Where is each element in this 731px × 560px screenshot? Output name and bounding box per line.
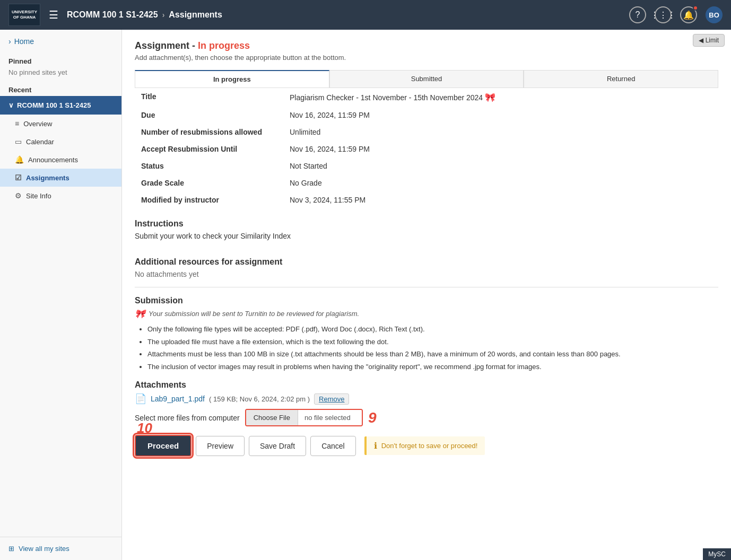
site-info-icon: ⚙ [15,191,22,200]
additional-resources-title: Additional resources for assignment [135,257,718,267]
bullet-item: Attachments must be less than 100 MB in … [147,349,718,360]
notification-dot [693,5,698,11]
save-reminder: ℹ Don't forget to save or proceed! [364,436,485,455]
field-value: No Grade [283,174,718,191]
attachment-item: 📄 Lab9_part_1.pdf ( 159 KB; Nov 6, 2024,… [135,393,718,405]
main-content: ◀ Limit Assignment - In progress Add att… [122,30,731,560]
file-name-display: no file selected [298,410,362,425]
table-row: Grade Scale No Grade [135,174,718,191]
tabs-row: In progress Submitted Returned [135,70,718,88]
reminder-text: Don't forget to save or proceed! [381,442,478,450]
university-logo: UNIVERSITYOF GHANA [8,4,40,26]
help-button[interactable]: ? [629,6,646,23]
table-row: Accept Resubmission Until Nov 16, 2024, … [135,141,718,158]
pinned-section-title: Pinned [0,53,121,67]
logo-area: UNIVERSITYOF GHANA [8,4,40,26]
file-chooser-input: Choose File no file selected [245,409,363,426]
sidebar-item-assignments[interactable]: ☑ Assignments [0,169,121,187]
ribbon-icon: 🎀 [485,93,495,102]
field-label: Modified by instructor [135,191,283,208]
list-icon: ≡ [15,119,19,128]
no-attachments-text: No attachments yet [135,270,718,278]
chevron-right-icon: › [8,37,11,46]
assignment-subtitle: Add attachment(s), then choose the appro… [135,54,718,62]
tab-in-progress[interactable]: In progress [135,70,329,88]
instructions-text: Submit your work to check your Similarit… [135,232,718,240]
field-label: Number of resubmissions allowed [135,124,283,141]
bullet-item: The inclusion of vector images may resul… [147,362,718,372]
breadcrumb-page: Assignments [169,10,222,20]
sidebar-course-item[interactable]: ∨ RCOMM 100 1 S1-2425 [0,96,121,115]
limit-button[interactable]: ◀ Limit [693,34,725,47]
sidebar-item-label: Site Info [26,192,51,200]
field-label: Due [135,107,283,124]
tab-returned[interactable]: Returned [524,70,718,88]
preview-button[interactable]: Preview [196,436,245,456]
assignment-title-prefix: Assignment - [135,40,198,51]
table-row: Due Nov 16, 2024, 11:59 PM [135,107,718,124]
sidebar-item-label: Calendar [26,138,54,146]
section-divider [135,287,718,287]
annotation-10: 10 [137,420,152,436]
choose-file-button[interactable]: Choose File [246,410,298,425]
annotation-9: 9 [368,409,377,426]
user-avatar-button[interactable]: BO [706,6,723,23]
sidebar-course-name: RCOMM 100 1 S1-2425 [17,101,91,109]
view-all-sites-label: View all my sites [19,545,69,553]
turnitin-ribbon-icon: 🎀 [135,309,145,319]
field-value: Not Started [283,158,718,174]
view-all-sites-button[interactable]: ⊞ View all my sites [0,537,121,560]
field-value: Nov 16, 2024, 11:59 PM [283,107,718,124]
grid-menu-button[interactable]: ⋮⋮⋮ [655,6,672,23]
sidebar-item-site-info[interactable]: ⚙ Site Info [0,187,121,205]
hamburger-menu-icon[interactable]: ☰ [49,8,58,21]
action-buttons-row: 10 Proceed Preview Save Draft Cancel ℹ D… [135,435,718,457]
file-chooser-row: Select more files from computer Choose F… [135,409,718,426]
sidebar-item-label: Assignments [26,174,69,182]
field-value: Nov 3, 2024, 11:55 PM [283,191,718,208]
table-row: Number of resubmissions allowed Unlimite… [135,124,718,141]
pdf-icon: 📄 [135,393,146,405]
table-row: Title Plagiarism Checker - 1st November … [135,88,718,107]
assignment-status: In progress [198,40,250,51]
main-layout: › Home Pinned No pinned sites yet Recent… [0,30,731,560]
tab-submitted[interactable]: Submitted [329,70,524,88]
sidebar-home[interactable]: › Home [0,30,121,53]
sidebar-item-overview[interactable]: ≡ Overview [0,115,121,133]
breadcrumb: RCOMM 100 1 S1-2425 › Assignments [67,10,629,20]
sidebar-item-label: Announcements [28,156,78,164]
sidebar-item-calendar[interactable]: ▭ Calendar [0,133,121,151]
top-navigation: UNIVERSITYOF GHANA ☰ RCOMM 100 1 S1-2425… [0,0,731,30]
bullet-item: The uploaded file must have a file exten… [147,337,718,347]
attachment-meta: ( 159 KB; Nov 6, 2024, 2:02 pm ) [209,395,310,403]
turnitin-text: Your submission will be sent to Turnitin… [149,310,359,318]
content-inner: Assignment - In progress Add attachment(… [122,30,731,472]
assignment-heading: Assignment - In progress [135,40,718,51]
cancel-button[interactable]: Cancel [310,436,356,456]
field-value: Nov 16, 2024, 11:59 PM [283,141,718,158]
attachments-title: Attachments [135,380,718,390]
sidebar-item-announcements[interactable]: 🔔 Announcements [0,151,121,169]
notification-wrapper: 🔔 [680,6,697,23]
field-label: Title [135,88,283,107]
reminder-icon: ℹ [374,441,377,451]
field-label: Status [135,158,283,174]
breadcrumb-course[interactable]: RCOMM 100 1 S1-2425 [67,10,158,20]
home-label[interactable]: Home [14,37,34,46]
calendar-icon: ▭ [15,137,22,146]
details-table: Title Plagiarism Checker - 1st November … [135,88,718,208]
table-row: Status Not Started [135,158,718,174]
table-row: Modified by instructor Nov 3, 2024, 11:5… [135,191,718,208]
save-draft-button[interactable]: Save Draft [249,436,306,456]
grid-icon: ⊞ [8,545,14,553]
instructions-title: Instructions [135,219,718,229]
assignments-icon: ☑ [15,173,22,182]
attachment-link[interactable]: Lab9_part_1.pdf [151,395,205,403]
mysc-tag: MySC [703,548,731,560]
remove-attachment-button[interactable]: Remove [314,393,349,405]
submission-bullets: Only the following file types will be ac… [135,324,718,372]
chevron-down-icon: ∨ [8,101,14,109]
proceed-button[interactable]: Proceed [135,435,192,457]
recent-section-title: Recent [0,82,121,96]
pinned-section-text: No pinned sites yet [0,67,121,82]
